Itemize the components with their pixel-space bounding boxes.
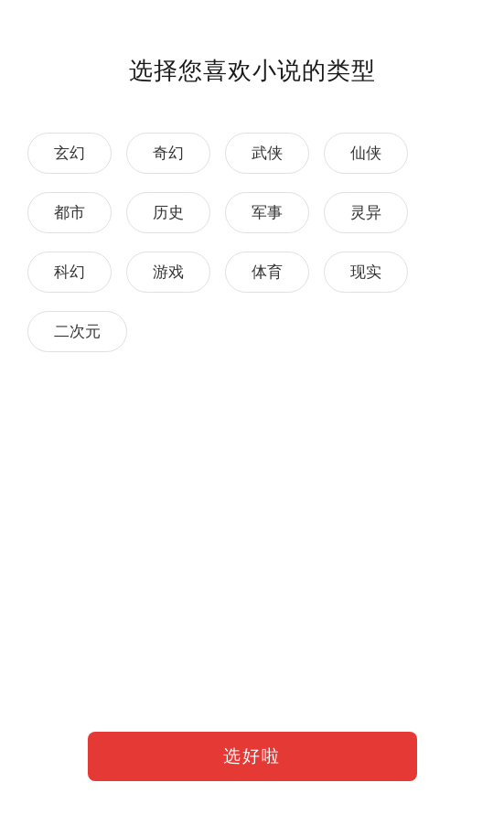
confirm-button[interactable]: 选好啦 bbox=[88, 732, 417, 781]
tag-xianshi[interactable]: 现实 bbox=[324, 252, 408, 293]
tags-row-1: 玄幻 奇幻 武侠 仙侠 bbox=[27, 133, 477, 174]
tag-junshi[interactable]: 军事 bbox=[225, 192, 309, 233]
tag-xuanhuan[interactable]: 玄幻 bbox=[27, 133, 112, 174]
tag-youxi[interactable]: 游戏 bbox=[126, 252, 210, 293]
tags-row-2: 都市 历史 军事 灵异 bbox=[27, 192, 477, 233]
page-title: 选择您喜欢小说的类型 bbox=[129, 55, 376, 87]
tag-tiyu[interactable]: 体育 bbox=[225, 252, 309, 293]
bottom-area: 选好啦 bbox=[0, 352, 504, 836]
tag-erciyuan[interactable]: 二次元 bbox=[27, 311, 127, 352]
tag-dushi[interactable]: 都市 bbox=[27, 192, 112, 233]
tags-container: 玄幻 奇幻 武侠 仙侠 都市 历史 军事 灵异 科幻 游戏 体育 现实 二次元 bbox=[0, 133, 504, 352]
tag-kehuan[interactable]: 科幻 bbox=[27, 252, 112, 293]
tags-row-3: 科幻 游戏 体育 现实 bbox=[27, 252, 477, 293]
tags-row-4: 二次元 bbox=[27, 311, 477, 352]
tag-qihuan[interactable]: 奇幻 bbox=[126, 133, 210, 174]
tag-xianxia[interactable]: 仙侠 bbox=[324, 133, 408, 174]
tag-lishi[interactable]: 历史 bbox=[126, 192, 210, 233]
tag-lingyi[interactable]: 灵异 bbox=[324, 192, 408, 233]
tag-wuxia[interactable]: 武侠 bbox=[225, 133, 309, 174]
